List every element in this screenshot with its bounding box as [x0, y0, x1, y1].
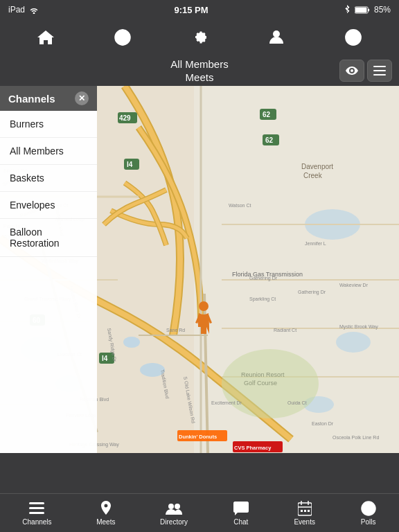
channels-header: Channels ✕ [0, 86, 97, 111]
svg-rect-11 [373, 66, 386, 67]
channels-tab-icon [28, 500, 45, 517]
svg-text:I4: I4 [102, 355, 108, 362]
directory-tab-icon [166, 500, 182, 517]
svg-rect-13 [373, 74, 386, 76]
status-right: 85% [344, 5, 391, 15]
home-button[interactable] [32, 24, 60, 51]
svg-rect-95 [298, 503, 312, 515]
channel-all-members[interactable]: All Members [0, 138, 97, 165]
svg-text:Sane Rd: Sane Rd [166, 328, 185, 332]
status-left: iPad [8, 5, 39, 15]
svg-point-10 [353, 41, 355, 42]
svg-text:Creek: Creek [303, 172, 323, 179]
tab-events[interactable]: Events [294, 500, 315, 526]
svg-point-93 [168, 504, 174, 509]
svg-point-8 [273, 30, 280, 37]
ipad-label: iPad [8, 5, 25, 15]
battery-icon [355, 6, 370, 14]
svg-text:CVS Pharmacy: CVS Pharmacy [234, 445, 272, 451]
tab-channels-label: Channels [22, 518, 51, 526]
svg-text:Jennifer L: Jennifer L [305, 241, 326, 246]
svg-rect-12 [373, 70, 386, 71]
status-bar: iPad 9:15 PM 85% [0, 0, 399, 19]
title-line1: All Members [170, 57, 228, 71]
svg-text:Easton Dr: Easton Dr [312, 421, 334, 426]
svg-point-21 [336, 332, 371, 353]
svg-point-65 [222, 349, 319, 418]
svg-rect-2 [355, 7, 367, 12]
tab-channels[interactable]: Channels [22, 500, 51, 526]
wifi-icon [29, 6, 39, 14]
svg-text:Osceola Polk Line Rd: Osceola Polk Line Rd [332, 435, 379, 440]
svg-point-89 [199, 301, 209, 311]
battery-label: 85% [374, 5, 391, 15]
help-button[interactable] [339, 24, 367, 51]
chat-tab-icon [233, 500, 249, 517]
top-nav [0, 19, 399, 55]
channel-baskets[interactable]: Baskets [0, 165, 97, 192]
tab-meets-label: Meets [96, 518, 115, 526]
svg-text:Davenport: Davenport [301, 163, 333, 170]
channels-close-button[interactable]: ✕ [75, 91, 89, 105]
eye-button[interactable] [339, 60, 364, 82]
tab-polls[interactable]: Polls [360, 500, 377, 526]
menu-button[interactable] [367, 60, 392, 82]
bottom-tab-bar: Channels Meets Directory Chat [0, 493, 399, 532]
svg-text:Watson Ct: Watson Ct [229, 203, 251, 208]
svg-rect-1 [368, 8, 369, 11]
profile-button[interactable] [263, 24, 290, 51]
channel-burners[interactable]: Burners [0, 111, 97, 138]
title-line2: Meets [170, 71, 228, 85]
svg-text:429: 429 [119, 114, 131, 122]
tab-chat[interactable]: Chat [233, 500, 249, 526]
svg-text:Gathering Dr: Gathering Dr [249, 276, 278, 281]
svg-point-94 [175, 504, 180, 509]
tab-directory[interactable]: Directory [160, 500, 188, 526]
title-bar: All Members Meets [0, 55, 399, 86]
svg-text:Mystic Brook Way: Mystic Brook Way [339, 324, 378, 330]
page-title: All Members Meets [170, 57, 228, 85]
events-tab-icon [296, 500, 313, 517]
channels-sidebar: Channels ✕ Burners All Members Baskets E… [0, 86, 97, 453]
svg-text:Wakeview Dr: Wakeview Dr [339, 283, 369, 287]
svg-text:Gathering Dr: Gathering Dr [298, 290, 326, 295]
svg-text:62: 62 [265, 136, 274, 144]
tab-polls-label: Polls [361, 518, 376, 526]
svg-rect-90 [29, 502, 44, 504]
channel-balloon-restoration[interactable]: Balloon Restoration [0, 219, 97, 257]
globe-button[interactable] [109, 24, 136, 51]
svg-rect-91 [29, 507, 44, 509]
svg-rect-101 [308, 510, 310, 512]
channel-envelopes[interactable]: Envelopes [0, 192, 97, 219]
tab-events-label: Events [294, 518, 315, 526]
settings-button[interactable] [186, 24, 213, 51]
svg-text:Excitement Dr: Excitement Dr [211, 400, 242, 405]
svg-text:Dunkin' Donuts: Dunkin' Donuts [179, 434, 217, 440]
svg-text:62: 62 [263, 111, 271, 118]
meets-tab-icon [98, 500, 114, 517]
tab-chat-label: Chat [233, 518, 248, 526]
svg-text:Sparkling Ct: Sparkling Ct [249, 296, 276, 302]
polls-tab-icon [360, 500, 377, 517]
person-marker [194, 301, 213, 337]
svg-text:Radiant Ct: Radiant Ct [274, 328, 296, 332]
channels-title: Channels [8, 93, 55, 105]
tab-meets[interactable]: Meets [96, 500, 115, 526]
status-time: 9:15 PM [174, 5, 208, 15]
tab-directory-label: Directory [160, 518, 188, 526]
svg-rect-100 [304, 510, 306, 512]
svg-text:Ouida Ct: Ouida Ct [287, 400, 307, 405]
svg-point-19 [123, 337, 140, 348]
map-area[interactable]: Florida Gas Transmission Davenport Creek… [0, 86, 399, 453]
svg-rect-92 [29, 512, 44, 514]
svg-text:I4: I4 [127, 161, 133, 168]
title-actions [339, 60, 392, 82]
svg-rect-99 [301, 510, 303, 512]
bluetooth-icon [344, 5, 351, 15]
